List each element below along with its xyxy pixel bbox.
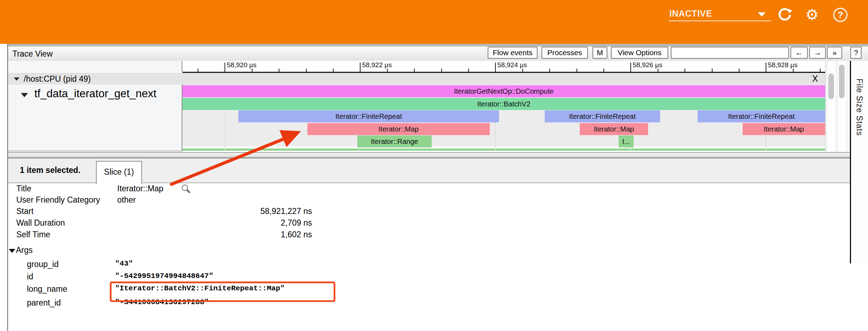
trace-slice[interactable]: IteratorGetNextOp::DoCompute: [182, 85, 825, 97]
major-tick: [495, 63, 496, 72]
collapse-triangle-icon[interactable]: [14, 77, 19, 81]
arg-key: id: [27, 272, 33, 281]
minor-tick: [306, 69, 307, 72]
timeline-bottom-strip: [182, 149, 825, 151]
more-button[interactable]: »: [827, 47, 842, 59]
minor-tick: [468, 69, 469, 72]
minor-tick: [333, 69, 334, 72]
scrollbar-thumb[interactable]: [839, 65, 845, 98]
file-size-stats-sidebar[interactable]: File Size Stats: [850, 61, 868, 263]
arg-value: "43": [115, 260, 133, 268]
find-next-button[interactable]: →: [809, 47, 826, 59]
scrollbar-area: [825, 61, 850, 152]
gear-icon[interactable]: ⚙: [804, 7, 820, 23]
minor-tick: [252, 69, 253, 72]
track-name[interactable]: tf_data_iterator_get_next: [34, 87, 157, 100]
minor-tick: [739, 69, 739, 72]
detail-label: Title: [16, 184, 32, 193]
trace-slice[interactable]: Iterator::Map: [743, 123, 825, 135]
ruler-label: 58,920 µs: [227, 61, 256, 69]
trace-slice[interactable]: Iterator::Map: [307, 123, 490, 135]
process-name: /host:CPU (pid 49): [24, 74, 91, 84]
ruler-label: 58,928 µs: [768, 61, 798, 69]
minor-tick: [685, 69, 685, 72]
major-tick: [766, 63, 766, 72]
help-icon[interactable]: ?: [833, 8, 849, 23]
trace-slice[interactable]: Iterator::Map: [580, 123, 648, 135]
find-previous-button[interactable]: ←: [790, 47, 808, 59]
detail-label: Self Time: [16, 230, 50, 239]
panel-splitter[interactable]: [8, 152, 868, 158]
trace-slice[interactable]: Iterator::FiniteRepeat: [238, 110, 499, 122]
ruler-timeline: 58,920 µs58,922 µs58,924 µs58,926 µs58,9…: [182, 61, 825, 73]
minor-tick: [712, 69, 713, 72]
scrollbar-track[interactable]: [838, 61, 847, 152]
detail-row: Wall Duration2,709 ns: [8, 218, 868, 228]
trace-view-title: Trace View: [12, 49, 53, 59]
trace-slice[interactable]: Iterator::Range: [357, 135, 432, 147]
scrollbar-thumb[interactable]: [828, 74, 834, 99]
processes-button[interactable]: Processes: [541, 47, 588, 59]
minor-tick: [522, 69, 523, 72]
magnifier-icon[interactable]: [181, 184, 191, 196]
minor-tick: [387, 69, 388, 72]
args-section-header[interactable]: Args: [9, 245, 33, 255]
detail-value: 2,709 ns: [117, 218, 312, 228]
ruler-label: 58,922 µs: [362, 61, 392, 69]
ruler-left-spacer: [8, 61, 182, 72]
arg-key: parent_id: [27, 298, 61, 308]
flow-events-button[interactable]: Flow events: [488, 47, 538, 59]
status-dropdown[interactable]: INACTIVE: [669, 8, 771, 21]
detail-value: 1,602 ns: [117, 230, 312, 239]
arg-row: group_id"43": [8, 260, 868, 269]
minor-tick: [658, 69, 658, 72]
major-tick: [360, 63, 361, 72]
detail-value: Iterator::Map: [117, 184, 163, 193]
refresh-icon[interactable]: [777, 7, 793, 23]
ruler-label: 58,926 µs: [632, 61, 662, 69]
app-header: INACTIVE ⚙ ?: [0, 0, 868, 44]
minor-tick: [603, 69, 604, 72]
minor-tick: [820, 69, 821, 72]
scrollbar-track[interactable]: [827, 61, 836, 152]
status-dropdown-value: INACTIVE: [669, 8, 712, 19]
detail-value: 58,921,227 ns: [117, 207, 312, 216]
detail-label: User Friendly Category: [16, 195, 100, 205]
detail-label: Start: [16, 207, 34, 216]
minor-tick: [441, 69, 442, 72]
ruler-label: 58,924 µs: [497, 61, 527, 69]
trace-slice[interactable]: I...: [619, 135, 634, 147]
trace-slice[interactable]: Iterator::BatchV2: [182, 98, 825, 110]
minor-tick: [279, 69, 279, 72]
track-name-panel: tf_data_iterator_get_next: [8, 85, 182, 151]
detail-row: Self Time1,602 ns: [8, 230, 868, 240]
detail-row: TitleIterator::Map: [8, 184, 868, 194]
metadata-button[interactable]: M: [592, 47, 607, 59]
selection-status: 1 item selected.: [20, 166, 80, 175]
arg-key: long_name: [27, 284, 67, 294]
minor-tick: [414, 69, 415, 72]
sidebar-label: File Size Stats: [855, 79, 864, 136]
close-icon[interactable]: X: [812, 74, 818, 84]
track-collapse-triangle-icon[interactable]: [21, 93, 28, 97]
details-panel: 1 item selected. Slice (1) TitleIterator…: [8, 158, 868, 331]
major-tick: [630, 63, 631, 72]
minor-tick: [577, 69, 577, 72]
highlight-box: [110, 281, 335, 302]
arg-key: group_id: [27, 260, 59, 269]
process-header[interactable]: /host:CPU (pid 49) X: [8, 73, 825, 85]
toolbar-help-button[interactable]: ?: [850, 47, 862, 59]
trace-slice[interactable]: Iterator::FiniteRepeat: [545, 110, 660, 122]
trace-slice[interactable]: Iterator::FiniteRepeat: [698, 110, 825, 122]
detail-value: other: [117, 195, 136, 205]
minor-tick: [549, 69, 550, 72]
view-options-button[interactable]: View Options: [611, 47, 668, 59]
search-input[interactable]: [671, 47, 789, 59]
tab-slice[interactable]: Slice (1): [96, 161, 142, 184]
timeline-tracks[interactable]: IteratorGetNextOp::DoComputeIterator::Ba…: [182, 85, 825, 151]
detail-row: User Friendly Categoryother: [8, 195, 868, 205]
minor-tick: [793, 69, 794, 72]
arg-row: id"-5429951974994848647": [8, 272, 868, 282]
args-collapse-triangle-icon: [9, 249, 15, 253]
chevron-down-icon: [758, 12, 766, 17]
